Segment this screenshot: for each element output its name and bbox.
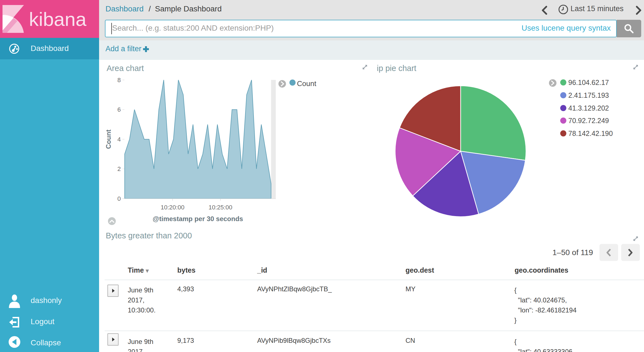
svg-text:8: 8 <box>117 77 121 84</box>
svg-text:6: 6 <box>117 106 121 113</box>
svg-text:70.92.72.249: 70.92.72.249 <box>568 117 609 124</box>
svg-text:41.3.129.202: 41.3.129.202 <box>568 104 609 112</box>
svg-text:Count: Count <box>105 129 112 149</box>
svg-text:Count: Count <box>297 79 316 88</box>
svg-text:2: 2 <box>117 165 121 172</box>
svg-text:10:20:00: 10:20:00 <box>161 204 185 211</box>
svg-text:78.142.42.190: 78.142.42.190 <box>568 129 613 137</box>
svg-text:0: 0 <box>117 195 121 202</box>
svg-text:4: 4 <box>117 136 121 143</box>
svg-text:10:25:00: 10:25:00 <box>208 204 232 211</box>
svg-text:96.104.62.17: 96.104.62.17 <box>568 79 609 86</box>
svg-text:2.41.175.193: 2.41.175.193 <box>568 91 609 99</box>
svg-text:@timestamp per 30 seconds: @timestamp per 30 seconds <box>153 215 243 223</box>
